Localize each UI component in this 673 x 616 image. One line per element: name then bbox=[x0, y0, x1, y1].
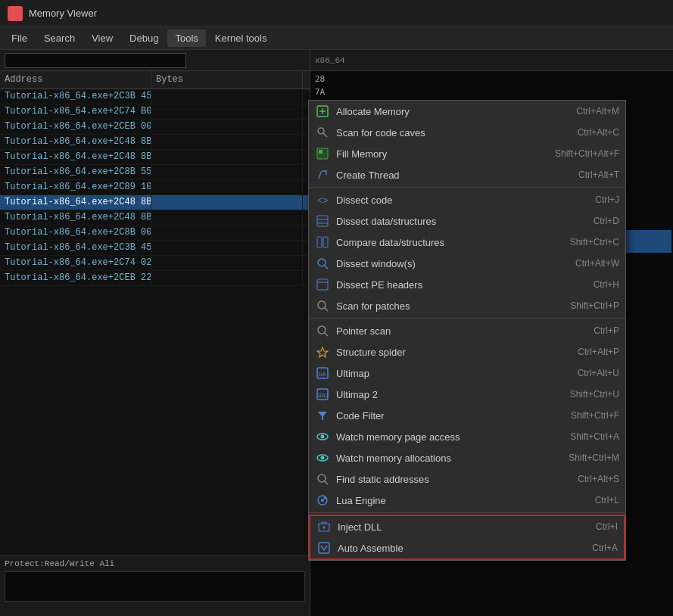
table-row[interactable]: Tutorial-x86_64.exe+2C74 B0 bbox=[0, 104, 310, 120]
table-row[interactable]: Tutorial-x86_64.exe+2C3B 45 E bbox=[0, 241, 310, 256]
ultimap2-icon: UA2 bbox=[315, 387, 330, 402]
svg-marker-21 bbox=[317, 347, 328, 357]
table-row[interactable]: Tutorial-x86_64.exe+2C74 02 bbox=[0, 256, 310, 271]
create-thread-icon bbox=[315, 167, 330, 182]
table-row[interactable]: Tutorial-x86_64.exe+2C8B 00 bbox=[0, 226, 310, 241]
tools-dropdown: Allocate Memory Ctrl+Alt+M Scan for code… bbox=[308, 100, 626, 561]
separator-3 bbox=[309, 512, 625, 513]
menu-debug[interactable]: Debug bbox=[122, 30, 166, 47]
menu-create-thread[interactable]: Create Thread Ctrl+Alt+T bbox=[309, 164, 625, 185]
address-bar bbox=[0, 50, 310, 71]
memory-panel: Address Bytes Tutorial-x86_64.exe+2C3B 4… bbox=[0, 50, 310, 616]
table-row[interactable]: Tutorial-x86_64.exe+2C89 10 bbox=[0, 180, 310, 195]
table-row[interactable]: Tutorial-x86_64.exe+2C8B 55 E bbox=[0, 165, 310, 180]
menu-watch-memory-page[interactable]: Watch memory page access Shift+Ctrl+A bbox=[309, 426, 625, 447]
menu-scan-code-caves[interactable]: Scan for code caves Ctrl+Alt+C bbox=[309, 122, 625, 143]
svg-point-35 bbox=[324, 497, 326, 499]
menu-fill-memory[interactable]: Fill Memory Shift+Ctrl+Alt+F bbox=[309, 143, 625, 164]
table-row[interactable]: Tutorial-x86_64.exe+2C48 8B 4 bbox=[0, 135, 310, 150]
ultimap-icon: UA bbox=[315, 366, 330, 381]
separator-2 bbox=[309, 318, 625, 319]
title-bar: Memory Viewer bbox=[0, 0, 673, 27]
menu-compare-data[interactable]: Compare data/structures Shift+Ctrl+C bbox=[309, 232, 625, 253]
table-body: Tutorial-x86_64.exe+2C3B 45 E Tutorial-x… bbox=[0, 89, 310, 555]
dissect-data-icon bbox=[315, 213, 330, 229]
menu-pointer-scan[interactable]: Pointer scan Ctrl+P bbox=[309, 320, 625, 341]
svg-rect-39 bbox=[319, 543, 329, 553]
app-icon bbox=[8, 6, 23, 21]
menu-allocate-memory[interactable]: Allocate Memory Ctrl+Alt+M bbox=[309, 101, 625, 122]
table-row[interactable]: Tutorial-x86_64.exe+2C48 8B 8 bbox=[0, 150, 310, 165]
compare-data-icon bbox=[315, 235, 330, 250]
svg-point-34 bbox=[321, 499, 324, 502]
structure-spider-icon bbox=[315, 344, 330, 359]
svg-line-14 bbox=[324, 265, 328, 269]
menu-dissect-code[interactable]: <> Dissect code Ctrl+J bbox=[309, 189, 625, 210]
table-header: Address Bytes bbox=[0, 71, 310, 89]
svg-line-4 bbox=[323, 133, 327, 137]
status-bar: Protect:Read/Write Ali bbox=[0, 555, 310, 616]
menu-structure-spider[interactable]: Structure spider Ctrl+Alt+P bbox=[309, 341, 625, 362]
address-input[interactable] bbox=[5, 53, 186, 68]
scan-code-caves-icon bbox=[315, 125, 330, 140]
auto-assemble-icon bbox=[316, 540, 332, 555]
svg-point-30 bbox=[321, 456, 325, 460]
svg-rect-11 bbox=[317, 237, 322, 247]
scan-patches-icon bbox=[315, 298, 330, 313]
lua-engine-icon bbox=[315, 493, 330, 508]
table-row[interactable]: Tutorial-x86_64.exe+2C48 8B 8 bbox=[0, 210, 310, 226]
svg-marker-26 bbox=[318, 412, 327, 420]
svg-rect-8 bbox=[317, 216, 328, 226]
svg-point-3 bbox=[318, 128, 324, 134]
menu-view[interactable]: View bbox=[84, 30, 120, 47]
pointer-scan-icon bbox=[315, 323, 330, 338]
menu-kernel-tools[interactable]: Kernel tools bbox=[207, 30, 275, 47]
find-static-icon bbox=[315, 471, 330, 487]
menu-dissect-pe[interactable]: Dissect PE headers Ctrl+H bbox=[309, 274, 625, 295]
menu-code-filter[interactable]: Code Filter Shift+Ctrl+F bbox=[309, 405, 625, 426]
menu-ultimap[interactable]: UA Ultimap Ctrl+Alt+U bbox=[309, 362, 625, 384]
table-row[interactable]: Tutorial-x86_64.exe+2CEB 00 bbox=[0, 120, 310, 135]
separator-1 bbox=[309, 187, 625, 188]
table-row[interactable]: Tutorial-x86_64.exe+2CEB 22 bbox=[0, 271, 310, 286]
svg-text:<>: <> bbox=[317, 196, 328, 206]
watch-memory-page-icon bbox=[315, 429, 330, 444]
inject-dll-icon bbox=[316, 519, 332, 534]
menu-dissect-data[interactable]: Dissect data/structures Ctrl+D bbox=[309, 210, 625, 232]
menu-inject-dll[interactable]: Inject DLL Ctrl+I bbox=[310, 516, 624, 537]
menu-tools[interactable]: Tools bbox=[167, 30, 205, 47]
table-row-selected[interactable]: Tutorial-x86_64.exe+2C48 8B 4 bbox=[0, 195, 310, 210]
status-text: Protect:Read/Write Ali bbox=[5, 559, 305, 568]
allocate-memory-icon bbox=[315, 104, 330, 119]
menu-search[interactable]: Search bbox=[36, 30, 83, 47]
menu-auto-assemble[interactable]: Auto Assemble Ctrl+A bbox=[310, 537, 624, 558]
window-title: Memory Viewer bbox=[29, 8, 97, 19]
menu-dissect-windows[interactable]: Dissect window(s) Ctrl+Alt+W bbox=[309, 253, 625, 274]
svg-rect-6 bbox=[319, 150, 322, 154]
dissect-windows-icon bbox=[315, 256, 330, 271]
svg-line-32 bbox=[324, 481, 328, 484]
menu-scan-patches[interactable]: Scan for patches Shift+Ctrl+P bbox=[309, 295, 625, 316]
menu-ultimap2[interactable]: UA2 Ultimap 2 Shift+Ctrl+U bbox=[309, 384, 625, 405]
right-panel-header: x86_64 bbox=[310, 50, 673, 71]
table-row[interactable]: Tutorial-x86_64.exe+2C3B 45 E bbox=[0, 89, 310, 104]
svg-rect-15 bbox=[317, 279, 328, 290]
svg-text:UA2: UA2 bbox=[318, 392, 329, 399]
svg-point-28 bbox=[321, 435, 325, 439]
col-header-bytes: Bytes bbox=[151, 71, 303, 89]
menu-watch-memory-alloc[interactable]: Watch memory allocations Shift+Ctrl+M bbox=[309, 447, 625, 468]
col-header-address: Address bbox=[0, 71, 151, 89]
menu-file[interactable]: File bbox=[4, 30, 35, 47]
dissect-code-icon: <> bbox=[315, 192, 330, 207]
hex-preview bbox=[5, 571, 305, 602]
menu-lua-engine[interactable]: Lua Engine Ctrl+L bbox=[309, 490, 625, 511]
menu-bar: File Search View Debug Tools Kernel tool… bbox=[0, 27, 673, 50]
fill-memory-icon bbox=[315, 146, 330, 161]
code-filter-icon bbox=[315, 408, 330, 423]
svg-line-18 bbox=[324, 307, 328, 311]
main-content: Address Bytes Tutorial-x86_64.exe+2C3B 4… bbox=[0, 50, 673, 616]
watch-memory-alloc-icon bbox=[315, 450, 330, 465]
svg-line-20 bbox=[324, 332, 328, 336]
svg-text:UA: UA bbox=[319, 371, 326, 378]
menu-find-static[interactable]: Find static addresses Ctrl+Alt+S bbox=[309, 468, 625, 490]
